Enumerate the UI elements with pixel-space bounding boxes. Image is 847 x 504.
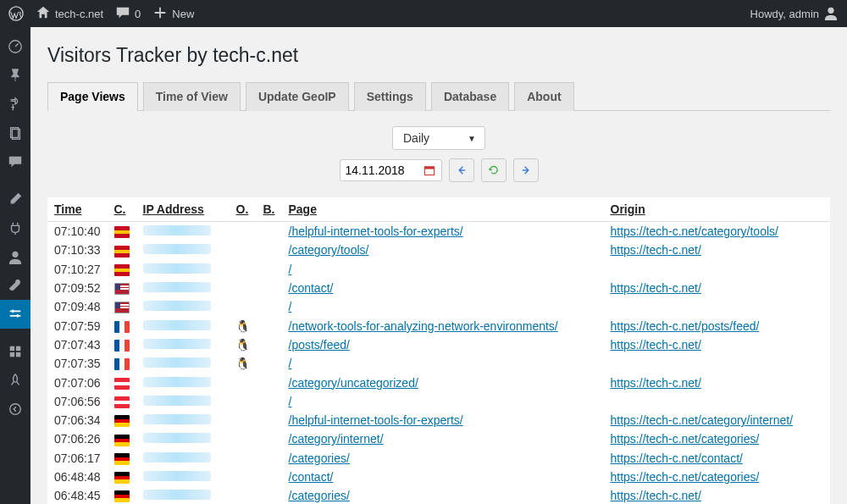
tab-about[interactable]: About bbox=[514, 82, 573, 111]
page-link[interactable]: / bbox=[289, 300, 292, 313]
sidebar-settings[interactable] bbox=[0, 300, 30, 329]
date-input[interactable] bbox=[346, 163, 418, 177]
cell-origin: https://tech-c.net/ bbox=[604, 279, 831, 297]
cell-browser bbox=[257, 449, 282, 468]
origin-link[interactable]: https://tech-c.net/ bbox=[611, 281, 701, 295]
tab-time-of-view[interactable]: Time of View bbox=[143, 82, 241, 111]
wp-logo[interactable] bbox=[8, 6, 24, 21]
cell-ip bbox=[136, 335, 230, 354]
origin-link[interactable]: https://tech-c.net/categories/ bbox=[611, 432, 760, 446]
comments-link[interactable]: 0 bbox=[115, 5, 141, 23]
origin-link[interactable]: https://tech-c.net/posts/feed/ bbox=[611, 319, 760, 333]
page-link[interactable]: /categories/ bbox=[289, 451, 350, 465]
date-picker[interactable] bbox=[340, 159, 442, 181]
cell-flag bbox=[108, 222, 136, 241]
sidebar-dashboard[interactable] bbox=[0, 32, 30, 61]
cell-browser bbox=[257, 335, 282, 354]
origin-link[interactable]: https://tech-c.net/ bbox=[611, 243, 701, 257]
page-link[interactable]: /category/internet/ bbox=[289, 432, 384, 446]
page-link[interactable]: / bbox=[289, 357, 292, 370]
page-link[interactable]: / bbox=[289, 263, 292, 276]
sidebar-users[interactable] bbox=[0, 242, 30, 271]
th-origin[interactable]: Origin bbox=[604, 197, 831, 222]
sidebar-extra1[interactable] bbox=[0, 337, 30, 366]
linux-icon: 🐧 bbox=[236, 338, 250, 352]
svg-point-10 bbox=[10, 404, 21, 415]
next-button[interactable] bbox=[513, 158, 539, 182]
sidebar-media[interactable] bbox=[0, 90, 30, 119]
prev-button[interactable] bbox=[449, 158, 474, 182]
site-link[interactable]: tech-c.net bbox=[36, 5, 103, 23]
origin-link[interactable]: https://tech-c.net/ bbox=[611, 489, 701, 502]
period-value: Daily bbox=[403, 131, 429, 145]
cell-time: 07:06:56 bbox=[47, 392, 108, 411]
sidebar-collapse[interactable] bbox=[0, 395, 30, 424]
origin-link[interactable]: https://tech-c.net/category/tools/ bbox=[611, 224, 778, 238]
sidebar-plugins[interactable] bbox=[0, 213, 30, 242]
page-link[interactable]: /helpful-internet-tools-for-experts/ bbox=[289, 413, 463, 427]
page-link[interactable]: /contact/ bbox=[289, 281, 334, 295]
cell-browser bbox=[257, 486, 282, 504]
sidebar-posts[interactable] bbox=[0, 61, 30, 90]
cell-flag bbox=[108, 411, 136, 429]
sidebar-tools[interactable] bbox=[0, 271, 30, 300]
flag-de-icon bbox=[114, 472, 130, 484]
sidebar-extra2[interactable] bbox=[0, 366, 30, 395]
sidebar-appearance[interactable] bbox=[0, 185, 30, 213]
cell-origin: https://tech-c.net/ bbox=[604, 373, 831, 391]
howdy-link[interactable]: Howdy, admin bbox=[750, 5, 839, 23]
cell-browser bbox=[257, 260, 282, 279]
tab-settings[interactable]: Settings bbox=[354, 82, 426, 111]
th-browser[interactable]: B. bbox=[257, 197, 282, 222]
new-link[interactable]: New bbox=[152, 5, 194, 23]
cell-flag bbox=[108, 297, 136, 316]
comment-icon bbox=[115, 5, 130, 23]
flag-de-icon bbox=[114, 490, 130, 502]
plus-icon bbox=[152, 5, 168, 23]
tab-update-geoip[interactable]: Update GeoIP bbox=[246, 82, 349, 111]
cell-ip bbox=[136, 373, 230, 391]
cell-os bbox=[230, 279, 257, 297]
origin-link[interactable]: https://tech-c.net/category/internet/ bbox=[611, 413, 794, 427]
origin-link[interactable]: https://tech-c.net/ bbox=[611, 376, 701, 390]
period-select[interactable]: Daily bbox=[392, 126, 485, 150]
cell-browser bbox=[257, 222, 282, 241]
cell-browser bbox=[257, 392, 282, 411]
page-link[interactable]: /category/tools/ bbox=[289, 243, 369, 257]
cell-flag bbox=[108, 335, 136, 354]
cell-page: /contact/ bbox=[282, 468, 604, 486]
page-link[interactable]: /contact/ bbox=[289, 470, 334, 484]
origin-link[interactable]: https://tech-c.net/ bbox=[611, 338, 701, 352]
page-link[interactable]: / bbox=[289, 395, 292, 408]
flag-de-icon bbox=[114, 435, 130, 446]
cell-origin: https://tech-c.net/categories/ bbox=[604, 468, 831, 486]
pages-icon bbox=[8, 125, 23, 141]
flag-de-icon bbox=[114, 453, 130, 465]
page-link[interactable]: /helpful-internet-tools-for-experts/ bbox=[289, 224, 463, 238]
th-page[interactable]: Page bbox=[282, 197, 604, 222]
th-ip[interactable]: IP Address bbox=[136, 197, 230, 222]
page-link[interactable]: /posts/feed/ bbox=[289, 338, 350, 352]
tab-database[interactable]: Database bbox=[431, 82, 509, 111]
cell-flag bbox=[108, 449, 136, 468]
page-link[interactable]: /network-tools-for-analyzing-network-env… bbox=[289, 319, 558, 333]
sidebar-pages[interactable] bbox=[0, 119, 30, 147]
sidebar-comments[interactable] bbox=[0, 147, 30, 176]
refresh-button[interactable] bbox=[481, 158, 507, 182]
cell-os bbox=[230, 429, 257, 448]
th-country[interactable]: C. bbox=[108, 197, 136, 222]
admin-bar: tech-c.net 0 New Howdy, admin bbox=[0, 0, 847, 27]
tab-page-views[interactable]: Page Views bbox=[47, 82, 138, 111]
origin-link[interactable]: https://tech-c.net/categories/ bbox=[611, 470, 760, 484]
page-link[interactable]: /category/uncategorized/ bbox=[289, 376, 418, 390]
table-row: 07:09:48/ bbox=[47, 297, 830, 316]
cell-ip bbox=[136, 297, 230, 316]
th-os[interactable]: O. bbox=[230, 197, 257, 222]
comments-count: 0 bbox=[135, 8, 141, 20]
calendar-icon[interactable] bbox=[423, 163, 436, 177]
cell-time: 06:48:45 bbox=[47, 486, 108, 504]
cell-time: 07:10:33 bbox=[47, 241, 108, 259]
page-link[interactable]: /categories/ bbox=[289, 489, 350, 502]
origin-link[interactable]: https://tech-c.net/contact/ bbox=[611, 451, 743, 465]
th-time[interactable]: Time bbox=[47, 197, 108, 222]
